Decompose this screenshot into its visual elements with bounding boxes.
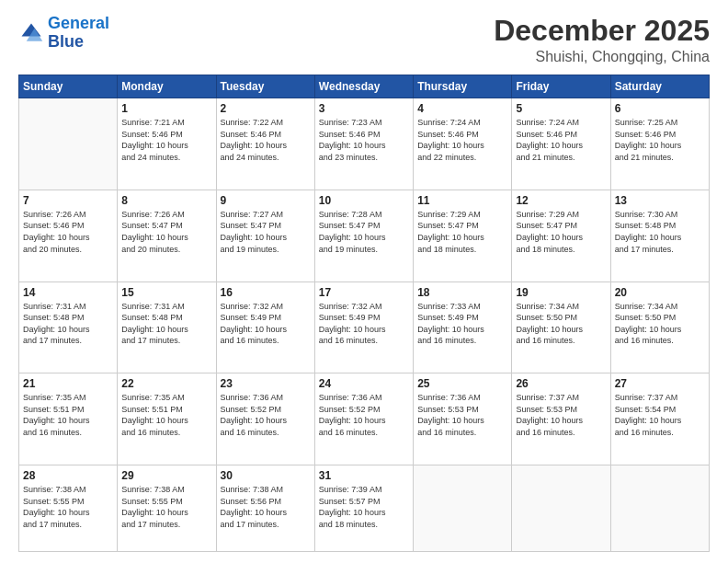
title-block: December 2025 Shuishi, Chongqing, China — [494, 15, 710, 65]
table-row: 22Sunrise: 7:35 AM Sunset: 5:51 PM Dayli… — [118, 373, 216, 465]
day-number: 5 — [516, 102, 606, 115]
day-info: Sunrise: 7:38 AM Sunset: 5:55 PM Dayligh… — [23, 484, 113, 530]
col-monday: Monday — [118, 75, 216, 98]
table-row: 13Sunrise: 7:30 AM Sunset: 5:48 PM Dayli… — [610, 190, 709, 282]
table-row: 11Sunrise: 7:29 AM Sunset: 5:47 PM Dayli… — [414, 190, 512, 282]
day-number: 17 — [319, 286, 409, 299]
header: General Blue December 2025 Shuishi, Chon… — [18, 15, 710, 65]
day-info: Sunrise: 7:29 AM Sunset: 5:47 PM Dayligh… — [417, 209, 507, 255]
day-info: Sunrise: 7:30 AM Sunset: 5:48 PM Dayligh… — [615, 209, 705, 255]
day-info: Sunrise: 7:26 AM Sunset: 5:47 PM Dayligh… — [121, 209, 211, 255]
day-number: 11 — [417, 194, 507, 207]
day-info: Sunrise: 7:35 AM Sunset: 5:51 PM Dayligh… — [121, 392, 211, 438]
day-info: Sunrise: 7:37 AM Sunset: 5:53 PM Dayligh… — [516, 392, 606, 438]
table-row: 3Sunrise: 7:23 AM Sunset: 5:46 PM Daylig… — [314, 98, 413, 190]
day-info: Sunrise: 7:38 AM Sunset: 5:56 PM Dayligh… — [221, 484, 311, 530]
day-number: 23 — [221, 377, 311, 390]
table-row: 17Sunrise: 7:32 AM Sunset: 5:49 PM Dayli… — [314, 282, 413, 373]
day-info: Sunrise: 7:39 AM Sunset: 5:57 PM Dayligh… — [319, 484, 409, 530]
table-row: 30Sunrise: 7:38 AM Sunset: 5:56 PM Dayli… — [216, 465, 314, 552]
table-row: 28Sunrise: 7:38 AM Sunset: 5:55 PM Dayli… — [19, 465, 118, 552]
day-number: 9 — [221, 194, 311, 207]
col-friday: Friday — [512, 75, 610, 98]
day-info: Sunrise: 7:36 AM Sunset: 5:52 PM Dayligh… — [319, 392, 409, 438]
day-info: Sunrise: 7:28 AM Sunset: 5:47 PM Dayligh… — [319, 209, 409, 255]
day-number: 6 — [615, 102, 705, 115]
day-info: Sunrise: 7:29 AM Sunset: 5:47 PM Dayligh… — [516, 209, 606, 255]
day-info: Sunrise: 7:35 AM Sunset: 5:51 PM Dayligh… — [23, 392, 113, 438]
day-number: 1 — [121, 102, 211, 115]
day-info: Sunrise: 7:24 AM Sunset: 5:46 PM Dayligh… — [417, 117, 507, 163]
table-row: 15Sunrise: 7:31 AM Sunset: 5:48 PM Dayli… — [118, 282, 216, 373]
day-info: Sunrise: 7:26 AM Sunset: 5:46 PM Dayligh… — [23, 209, 113, 255]
day-number: 31 — [319, 469, 409, 482]
day-info: Sunrise: 7:25 AM Sunset: 5:46 PM Dayligh… — [615, 117, 705, 163]
day-number: 19 — [516, 286, 606, 299]
day-number: 2 — [221, 102, 311, 115]
day-number: 7 — [23, 194, 113, 207]
day-number: 26 — [516, 377, 606, 390]
day-number: 27 — [615, 377, 705, 390]
calendar-header-row: Sunday Monday Tuesday Wednesday Thursday… — [19, 75, 710, 98]
day-number: 12 — [516, 194, 606, 207]
table-row: 10Sunrise: 7:28 AM Sunset: 5:47 PM Dayli… — [314, 190, 413, 282]
table-row: 2Sunrise: 7:22 AM Sunset: 5:46 PM Daylig… — [216, 98, 314, 190]
table-row: 16Sunrise: 7:32 AM Sunset: 5:49 PM Dayli… — [216, 282, 314, 373]
table-row: 26Sunrise: 7:37 AM Sunset: 5:53 PM Dayli… — [512, 373, 610, 465]
table-row — [19, 98, 118, 190]
day-number: 14 — [23, 286, 113, 299]
day-number: 3 — [319, 102, 409, 115]
day-number: 8 — [121, 194, 211, 207]
table-row — [610, 465, 709, 552]
col-tuesday: Tuesday — [216, 75, 314, 98]
table-row: 25Sunrise: 7:36 AM Sunset: 5:53 PM Dayli… — [414, 373, 512, 465]
day-info: Sunrise: 7:37 AM Sunset: 5:54 PM Dayligh… — [615, 392, 705, 438]
day-number: 25 — [417, 377, 507, 390]
day-info: Sunrise: 7:31 AM Sunset: 5:48 PM Dayligh… — [23, 301, 113, 347]
table-row: 9Sunrise: 7:27 AM Sunset: 5:47 PM Daylig… — [216, 190, 314, 282]
logo-line1: General — [48, 14, 109, 32]
day-number: 28 — [23, 469, 113, 482]
table-row: 7Sunrise: 7:26 AM Sunset: 5:46 PM Daylig… — [19, 190, 118, 282]
day-info: Sunrise: 7:31 AM Sunset: 5:48 PM Dayligh… — [121, 301, 211, 347]
day-number: 30 — [221, 469, 311, 482]
table-row: 20Sunrise: 7:34 AM Sunset: 5:50 PM Dayli… — [610, 282, 709, 373]
day-number: 4 — [417, 102, 507, 115]
day-number: 29 — [121, 469, 211, 482]
table-row: 19Sunrise: 7:34 AM Sunset: 5:50 PM Dayli… — [512, 282, 610, 373]
table-row: 18Sunrise: 7:33 AM Sunset: 5:49 PM Dayli… — [414, 282, 512, 373]
day-number: 10 — [319, 194, 409, 207]
day-info: Sunrise: 7:21 AM Sunset: 5:46 PM Dayligh… — [121, 117, 211, 163]
table-row — [414, 465, 512, 552]
day-info: Sunrise: 7:36 AM Sunset: 5:52 PM Dayligh… — [221, 392, 311, 438]
table-row: 6Sunrise: 7:25 AM Sunset: 5:46 PM Daylig… — [610, 98, 709, 190]
day-info: Sunrise: 7:34 AM Sunset: 5:50 PM Dayligh… — [615, 301, 705, 347]
day-info: Sunrise: 7:32 AM Sunset: 5:49 PM Dayligh… — [221, 301, 311, 347]
day-info: Sunrise: 7:27 AM Sunset: 5:47 PM Dayligh… — [221, 209, 311, 255]
table-row: 1Sunrise: 7:21 AM Sunset: 5:46 PM Daylig… — [118, 98, 216, 190]
table-row: 27Sunrise: 7:37 AM Sunset: 5:54 PM Dayli… — [610, 373, 709, 465]
day-number: 15 — [121, 286, 211, 299]
table-row: 29Sunrise: 7:38 AM Sunset: 5:55 PM Dayli… — [118, 465, 216, 552]
table-row — [512, 465, 610, 552]
table-row: 4Sunrise: 7:24 AM Sunset: 5:46 PM Daylig… — [414, 98, 512, 190]
table-row: 31Sunrise: 7:39 AM Sunset: 5:57 PM Dayli… — [314, 465, 413, 552]
day-number: 21 — [23, 377, 113, 390]
day-number: 16 — [221, 286, 311, 299]
day-info: Sunrise: 7:22 AM Sunset: 5:46 PM Dayligh… — [221, 117, 311, 163]
col-saturday: Saturday — [610, 75, 709, 98]
day-number: 18 — [417, 286, 507, 299]
col-sunday: Sunday — [19, 75, 118, 98]
day-info: Sunrise: 7:36 AM Sunset: 5:53 PM Dayligh… — [417, 392, 507, 438]
logo-icon — [18, 20, 44, 46]
col-wednesday: Wednesday — [314, 75, 413, 98]
day-info: Sunrise: 7:24 AM Sunset: 5:46 PM Dayligh… — [516, 117, 606, 163]
logo-line2: Blue — [48, 32, 84, 51]
day-info: Sunrise: 7:32 AM Sunset: 5:49 PM Dayligh… — [319, 301, 409, 347]
logo-text: General Blue — [48, 15, 109, 52]
table-row: 14Sunrise: 7:31 AM Sunset: 5:48 PM Dayli… — [19, 282, 118, 373]
calendar-table: Sunday Monday Tuesday Wednesday Thursday… — [18, 75, 710, 552]
day-number: 22 — [121, 377, 211, 390]
month-title: December 2025 — [494, 15, 710, 47]
page: General Blue December 2025 Shuishi, Chon… — [0, 0, 728, 563]
